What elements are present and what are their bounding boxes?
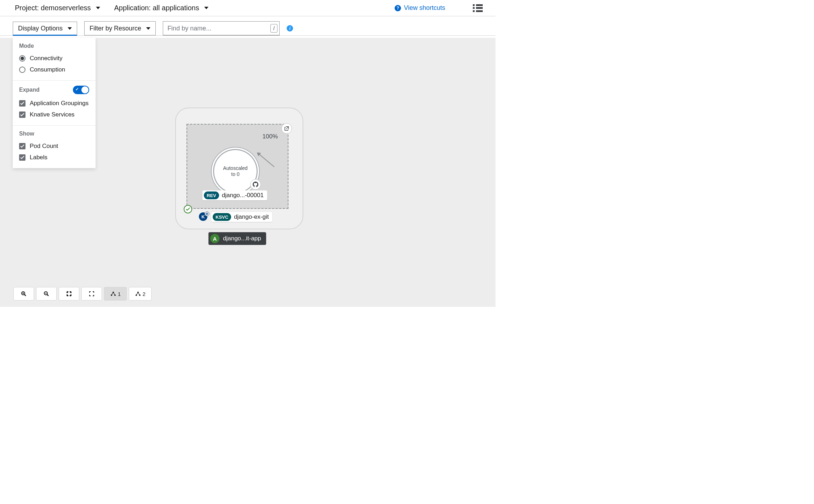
traffic-percentage: 100% (263, 133, 278, 140)
mode-option-connectivity[interactable]: Connectivity (19, 53, 89, 64)
keyboard-shortcut-hint: / (270, 24, 277, 33)
reset-view-button[interactable] (81, 287, 102, 300)
filter-label: Filter by Resource (90, 25, 141, 32)
fit-icon (66, 291, 72, 297)
application-group[interactable]: 100% Autoscaled to 0 (175, 108, 303, 229)
svg-line-1 (24, 294, 26, 296)
application-label: Application: all applications (114, 4, 199, 12)
ksvc-badge: KSVC (213, 213, 231, 221)
chevron-down-icon (68, 27, 72, 30)
show-section-title: Show (19, 131, 89, 137)
display-options-label: Display Options (18, 25, 63, 32)
list-view-toggle[interactable] (473, 4, 483, 12)
expand-option-app-groupings[interactable]: Application Groupings (19, 98, 89, 109)
expand-option-knative-services[interactable]: Knative Services (19, 109, 89, 120)
show-option-labels[interactable]: Labels (19, 152, 89, 163)
view-shortcuts-link[interactable]: ? View shortcuts (395, 4, 445, 12)
svg-line-11 (113, 292, 115, 295)
svg-line-5 (47, 294, 48, 296)
zoom-in-button[interactable] (13, 287, 34, 300)
toolbar: Display Options Filter by Resource / i (0, 16, 495, 36)
checkbox-icon (19, 154, 25, 161)
knative-route-badge: R (205, 211, 210, 216)
donut-status-text: Autoscaled to 0 (223, 165, 247, 177)
display-options-panel: Mode Connectivity Consumption Expand (13, 38, 96, 168)
find-by-name-input[interactable] (163, 21, 280, 35)
ksvc-label[interactable]: KSVC django-ex-git (211, 212, 272, 222)
layout-label: 1 (118, 291, 121, 297)
ksvc-name: django-ex-git (234, 213, 269, 220)
zoom-out-button[interactable] (36, 287, 57, 300)
display-options-button[interactable]: Display Options (13, 22, 77, 36)
option-label: Knative Services (30, 111, 75, 118)
project-label: Project: demoserverless (15, 4, 91, 12)
application-name: django...it-app (223, 235, 261, 242)
layout-icon (110, 291, 116, 297)
svg-line-16 (138, 292, 140, 295)
zoom-in-icon (21, 291, 27, 297)
status-check-decorator (184, 205, 192, 213)
revision-name: django...-00001 (222, 192, 264, 199)
svg-line-10 (111, 292, 113, 295)
header-bar: Project: demoserverless Application: all… (0, 0, 495, 16)
layout-label: 2 (143, 291, 145, 297)
zoom-controls: 1 2 (13, 287, 151, 300)
chevron-down-icon (204, 7, 208, 9)
source-decorator[interactable] (250, 179, 261, 190)
project-selector[interactable]: Project: demoserverless (13, 4, 102, 12)
shortcuts-label: View shortcuts (404, 4, 445, 12)
radio-icon (19, 67, 25, 73)
traffic-arrow-icon (258, 153, 274, 167)
zoom-out-icon (44, 291, 49, 297)
layout-1-button[interactable]: 1 (104, 287, 127, 300)
layout-2-button[interactable]: 2 (129, 287, 151, 300)
fit-to-screen-button[interactable] (59, 287, 79, 300)
option-label: Consumption (30, 66, 65, 73)
option-label: Connectivity (30, 55, 63, 62)
expand-icon (89, 291, 94, 297)
expand-section-title: Expand (19, 87, 40, 93)
checkbox-icon (19, 111, 25, 118)
revision-badge: REV (204, 191, 219, 199)
github-icon (253, 182, 258, 187)
check-icon (186, 207, 190, 211)
filter-by-resource-button[interactable]: Filter by Resource (84, 21, 156, 35)
option-label: Labels (30, 154, 47, 161)
checkbox-icon (19, 143, 25, 149)
topology-canvas[interactable]: Mode Connectivity Consumption Expand (0, 38, 495, 307)
option-label: Application Groupings (30, 100, 88, 107)
application-selector[interactable]: Application: all applications (112, 4, 211, 12)
radio-icon (19, 55, 25, 62)
option-label: Pod Count (30, 143, 58, 150)
mode-option-consumption[interactable]: Consumption (19, 64, 89, 75)
svg-line-15 (136, 292, 138, 295)
chevron-down-icon (96, 7, 100, 9)
layout-icon (135, 291, 141, 297)
info-icon[interactable]: i (287, 25, 293, 31)
external-link-icon (284, 126, 289, 131)
revision-label[interactable]: REV django...-00001 (202, 190, 267, 200)
show-option-pod-count[interactable]: Pod Count (19, 141, 89, 152)
mode-section-title: Mode (19, 43, 89, 49)
open-url-decorator[interactable] (281, 123, 292, 134)
expand-toggle[interactable] (73, 86, 89, 94)
application-label[interactable]: A django...it-app (208, 232, 266, 245)
help-icon: ? (395, 5, 401, 11)
application-badge: A (210, 234, 219, 243)
checkbox-icon (19, 100, 25, 107)
chevron-down-icon (146, 27, 150, 30)
